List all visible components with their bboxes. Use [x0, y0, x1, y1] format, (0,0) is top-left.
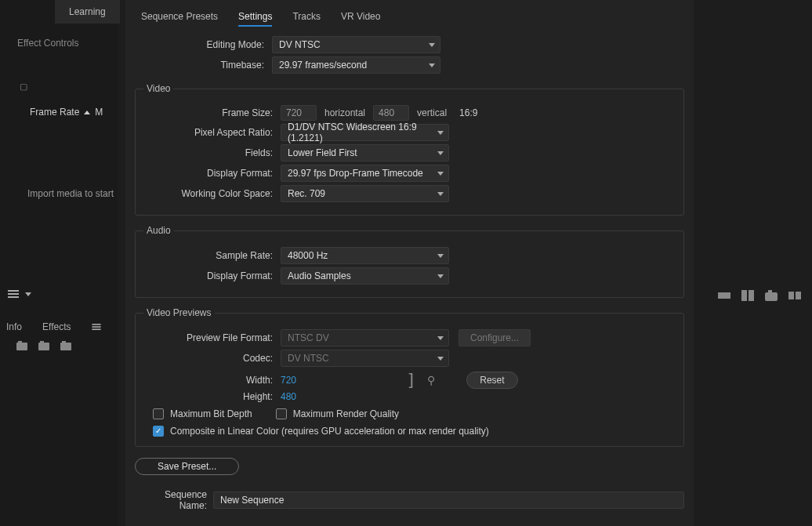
working-color-space-select[interactable]: Rec. 709 — [281, 185, 449, 202]
timebase-label: Timebase: — [135, 60, 272, 71]
svg-rect-5 — [62, 341, 66, 343]
max-render-quality-label: Maximum Render Quality — [293, 408, 399, 419]
preview-file-format-label: Preview File Format: — [143, 332, 281, 343]
svg-rect-6 — [718, 292, 730, 299]
timebase-select[interactable]: 29.97 frames/second — [272, 56, 440, 74]
audio-display-format-select[interactable]: Audio Samples — [281, 267, 449, 285]
video-display-format-label: Display Format: — [143, 168, 281, 179]
fields-value: Lower Field First — [288, 147, 357, 158]
chevron-down-icon — [437, 172, 444, 176]
new-sequence-dialog: Sequence Presets Settings Tracks VR Vide… — [125, 0, 694, 526]
pixel-aspect-ratio-select[interactable]: D1/DV NTSC Widescreen 16:9 (1.2121) — [281, 124, 449, 141]
preview-height-label: Height: — [143, 391, 281, 402]
sort-ascending-icon[interactable] — [84, 111, 90, 114]
editing-mode-label: Editing Mode: — [135, 39, 272, 50]
tab-sequence-presets[interactable]: Sequence Presets — [141, 11, 218, 25]
frame-width-input[interactable]: 720 — [281, 105, 317, 121]
horizontal-label: horizontal — [324, 107, 365, 118]
svg-rect-12 — [788, 292, 794, 299]
composite-linear-label: Composite in Linear Color (requires GPU … — [170, 426, 489, 437]
camera-icon[interactable] — [765, 290, 778, 301]
audio-display-format-label: Display Format: — [143, 270, 281, 281]
sequence-name-input[interactable]: New Sequence — [213, 492, 684, 509]
sequence-name-value: New Sequence — [220, 495, 284, 506]
overwrite-icon[interactable] — [741, 290, 754, 301]
svg-rect-7 — [741, 290, 747, 301]
chevron-down-icon — [437, 254, 444, 258]
video-display-format-select[interactable]: 29.97 fps Drop-Frame Timecode — [281, 165, 449, 182]
panel-menu-icon[interactable] — [8, 290, 19, 298]
audio-legend: Audio — [143, 225, 174, 236]
preview-height-value[interactable]: 480 — [281, 391, 296, 402]
chevron-down-icon — [437, 151, 444, 155]
tab-learning[interactable]: Learning — [55, 0, 120, 24]
markers-icon[interactable] — [718, 290, 730, 301]
video-previews-legend: Video Previews — [143, 307, 215, 318]
editing-mode-select[interactable]: DV NTSC — [272, 36, 440, 53]
chevron-down-icon — [437, 336, 444, 340]
svg-rect-2 — [38, 343, 49, 350]
preview-width-label: Width: — [143, 375, 281, 386]
editing-mode-value: DV NTSC — [279, 39, 321, 50]
working-color-space-label: Working Color Space: — [143, 188, 281, 199]
svg-rect-13 — [796, 292, 801, 299]
sample-rate-value: 48000 Hz — [288, 250, 328, 261]
max-bit-depth-checkbox[interactable] — [153, 408, 164, 419]
video-group: Video Frame Size: 720 horizontal 480 ver… — [135, 83, 684, 216]
tab-effect-controls[interactable]: Effect Controls — [17, 38, 78, 49]
codec-select: DV NTSC — [281, 350, 449, 367]
save-preset-button[interactable]: Save Preset... — [135, 458, 239, 475]
chevron-down-icon — [437, 357, 444, 361]
sample-rate-select[interactable]: 48000 Hz — [281, 247, 449, 264]
chevron-down-icon — [429, 63, 435, 67]
svg-rect-0 — [16, 343, 27, 350]
chevron-down-icon[interactable] — [25, 292, 31, 296]
codec-value: DV NTSC — [288, 353, 329, 364]
tab-info[interactable]: Info — [6, 321, 22, 332]
tab-effects[interactable]: Effects — [42, 321, 71, 332]
aspect-ratio-text: 16:9 — [459, 107, 477, 118]
working-color-space-value: Rec. 709 — [288, 188, 325, 199]
column-frame-rate[interactable]: Frame Rate — [30, 107, 79, 118]
fields-label: Fields: — [143, 147, 281, 158]
svg-rect-8 — [749, 290, 754, 301]
audio-group: Audio Sample Rate: 48000 Hz Display Form… — [135, 225, 684, 298]
video-display-format-value: 29.97 fps Drop-Frame Timecode — [288, 168, 423, 179]
video-legend: Video — [143, 83, 173, 94]
timebase-value: 29.97 frames/second — [279, 60, 367, 71]
comparison-view-icon[interactable] — [788, 290, 801, 301]
tab-settings[interactable]: Settings — [238, 11, 272, 25]
tab-vr-video[interactable]: VR Video — [341, 11, 380, 25]
column-initial: M — [95, 107, 103, 118]
svg-rect-3 — [40, 341, 44, 343]
reset-button[interactable]: Reset — [466, 372, 517, 389]
link-icon[interactable]: ⚲ — [427, 374, 435, 386]
svg-rect-4 — [60, 343, 71, 350]
tab-tracks[interactable]: Tracks — [292, 11, 321, 25]
preset-bin-icon-3[interactable] — [60, 340, 72, 351]
svg-rect-11 — [768, 290, 772, 293]
effects-panel-menu-icon[interactable] — [92, 324, 101, 330]
chevron-down-icon — [437, 274, 444, 278]
preview-file-format-value: NTSC DV — [288, 332, 329, 343]
import-hint-text: Import media to start — [27, 188, 114, 199]
chevron-down-icon — [437, 131, 444, 135]
preset-bin-icon-2[interactable] — [38, 340, 50, 351]
frame-size-label: Frame Size: — [143, 107, 281, 118]
preview-width-value[interactable]: 720 — [281, 375, 398, 386]
left-background-panel — [0, 0, 118, 526]
composite-linear-checkbox[interactable] — [153, 426, 164, 437]
bracket-icon: ] — [406, 370, 416, 390]
vertical-label: vertical — [417, 107, 447, 118]
panel-marker-icon: ▢ — [20, 82, 27, 92]
chevron-down-icon — [429, 43, 435, 47]
frame-height-input[interactable]: 480 — [373, 105, 409, 121]
preset-bin-icon[interactable] — [16, 340, 28, 351]
pixel-aspect-ratio-label: Pixel Aspect Ratio: — [143, 127, 281, 138]
fields-select[interactable]: Lower Field First — [281, 144, 449, 161]
svg-rect-1 — [18, 341, 22, 343]
max-render-quality-checkbox[interactable] — [276, 408, 287, 419]
codec-label: Codec: — [143, 353, 281, 364]
chevron-down-icon — [437, 192, 444, 196]
max-bit-depth-label: Maximum Bit Depth — [170, 408, 252, 419]
